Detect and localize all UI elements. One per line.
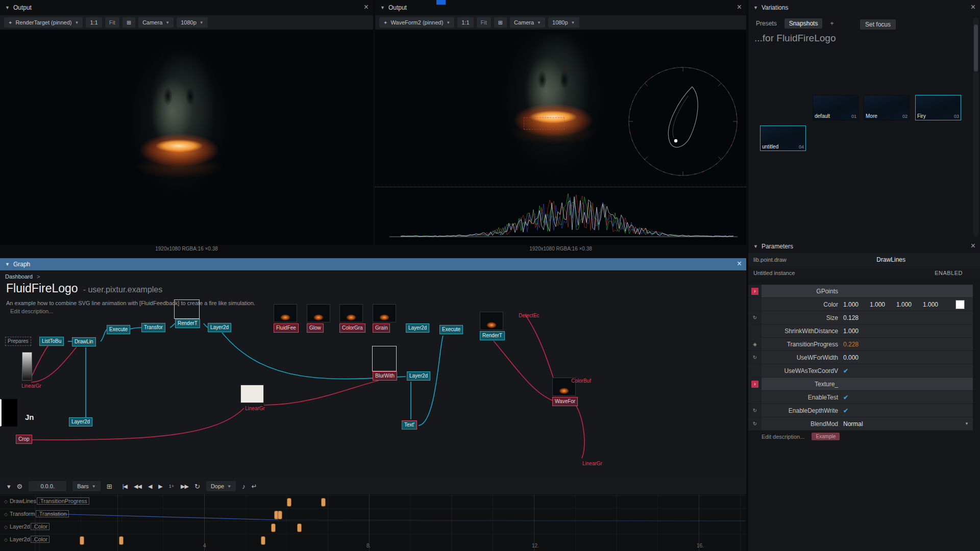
param-row-usewforwidth[interactable]: ↻UseWForWidth0.000 (748, 351, 973, 364)
tab-presets[interactable]: Presets (751, 18, 781, 29)
graph-node-colorgra[interactable]: ColorGra (339, 323, 365, 333)
collapse-icon[interactable]: ▼ (753, 244, 758, 249)
param-row-size[interactable]: ↻Size0.128 (748, 311, 973, 324)
resolution-dropdown[interactable]: 1080p ▼ (177, 17, 208, 28)
param-row-color[interactable]: Color1.0001.0001.0001.000 (748, 298, 973, 311)
checkbox-checked-icon[interactable]: ✔ (843, 407, 848, 414)
keyframe[interactable] (297, 523, 302, 532)
graph-node-execute[interactable]: Execute (439, 325, 463, 334)
keyframe[interactable] (271, 523, 276, 532)
grid-button[interactable]: ⊞ (494, 17, 507, 28)
collapse-icon[interactable]: ▼ (380, 5, 385, 10)
param-row-enabletest[interactable]: EnableTest✔ (748, 391, 973, 404)
dope-row[interactable]: ◇DrawLines.TransitionProgress (0, 495, 746, 509)
timeline-mode-dropdown[interactable]: Dope ▼ (206, 481, 236, 491)
edit-description-button[interactable]: Edit description... (762, 434, 804, 440)
resolution-dropdown[interactable]: 1080p ▼ (548, 17, 579, 28)
playback-speed-button[interactable]: 1+ (169, 484, 174, 489)
fit-button[interactable]: Fit (477, 17, 491, 28)
jump-to-start-button[interactable]: |◀ (122, 483, 127, 490)
grid-button[interactable]: ⊞ (122, 17, 135, 28)
graph-node-layer2d[interactable]: Layer2d (407, 371, 430, 381)
input-connector-icon[interactable]: › (751, 288, 758, 295)
render-view-2[interactable] (375, 30, 746, 245)
dope-row[interactable]: ◇Layer2d.Color (0, 534, 746, 547)
graph-node-blurwith[interactable]: BlurWith (373, 371, 397, 381)
keyframe[interactable] (119, 536, 124, 545)
close-icon[interactable]: × (971, 2, 975, 12)
checkbox-checked-icon[interactable]: ✔ (843, 394, 848, 401)
param-row-transitionprogress[interactable]: ◈TransitionProgress0.228 (748, 338, 973, 351)
param-value[interactable]: Normal (843, 420, 870, 428)
play-backward-button[interactable]: ◀ (148, 483, 152, 490)
graph-node-layer2d[interactable]: Layer2d (208, 323, 231, 332)
keyframe[interactable] (321, 498, 326, 507)
param-value[interactable]: 1.000 (843, 328, 870, 335)
instance-name[interactable]: Untitled instance (753, 270, 795, 276)
variation-thumb-untitled[interactable]: untitled04 (760, 126, 806, 151)
param-value[interactable]: 0.000 (843, 354, 870, 361)
checkbox-checked-icon[interactable]: ✔ (843, 367, 848, 374)
output-source-dropdown[interactable]: ✦ WaveForm2 (pinned) ▼ (379, 17, 454, 28)
scrollbar[interactable] (973, 17, 978, 237)
snap-grid-icon[interactable]: ⊞ (107, 483, 112, 490)
param-row-texture_[interactable]: ›Texture_ (748, 378, 973, 391)
keyframe[interactable] (261, 536, 265, 545)
collapse-icon[interactable]: ▼ (5, 262, 10, 267)
time-display[interactable]: 0.0.0. (29, 481, 66, 491)
param-value[interactable]: 1.000 (870, 301, 896, 308)
graph-node-block[interactable] (0, 399, 17, 427)
graph-node-execute[interactable]: Execute (107, 325, 130, 334)
param-row-usewastexcoordv[interactable]: UseWAsTexCoordV✔ (748, 364, 973, 378)
set-focus-button[interactable]: Set focus (860, 19, 896, 30)
edit-description-button[interactable]: Edit description... (10, 308, 53, 314)
graph-node-rendert[interactable]: RenderT (480, 331, 505, 340)
variation-thumb-firy[interactable]: Firy03 (915, 95, 961, 120)
graph-node-fluidfee[interactable]: FluidFee (274, 323, 299, 333)
graph-node-wavefor[interactable]: WaveFor (552, 397, 578, 406)
param-value[interactable]: 1.000 (843, 301, 870, 308)
graph-node-rendert[interactable]: RenderT (175, 319, 200, 328)
dope-row-label[interactable]: ◇Layer2d.Color (4, 523, 50, 530)
param-row-gpoints[interactable]: ›GPoints (748, 285, 973, 298)
fit-button[interactable]: Fit (105, 17, 119, 28)
input-connector-icon[interactable]: › (751, 381, 758, 388)
collapse-icon[interactable]: ▼ (753, 5, 758, 10)
variation-thumb-default[interactable]: default01 (813, 95, 859, 120)
scrollbar-thumb[interactable] (974, 24, 978, 71)
close-icon[interactable]: × (971, 241, 975, 251)
gear-icon[interactable]: ⚙ (17, 483, 23, 490)
dope-row[interactable]: ◇Transform.Translation (0, 508, 746, 521)
collapse-icon[interactable]: ▼ (5, 5, 10, 10)
close-icon[interactable]: × (364, 2, 369, 12)
prev-keyframe-button[interactable]: ◀◀ (134, 483, 141, 490)
graph-node-lineargr[interactable]: LinearGr (242, 404, 267, 413)
graph-node-colorbuf[interactable]: ColorBuf (569, 377, 594, 386)
graph-node-lineargr[interactable]: LinearGr (580, 459, 605, 468)
graph-node-glow[interactable]: Glow (307, 323, 324, 333)
breadcrumb-item[interactable]: Dashboard (5, 273, 33, 280)
output-source-dropdown[interactable]: ✦ RenderTarget (pinned) ▼ (4, 17, 83, 28)
close-icon[interactable]: × (737, 259, 742, 269)
param-row-shrinkwithdistance[interactable]: ShrinkWithDistance1.000 (748, 324, 973, 338)
time-unit-dropdown[interactable]: Bars ▼ (72, 481, 101, 491)
param-value[interactable]: 1.000 (923, 301, 949, 308)
chevron-down-icon[interactable]: ▼ (965, 421, 969, 426)
variation-thumb-more[interactable]: More02 (864, 95, 910, 120)
param-value[interactable]: 1.000 (896, 301, 923, 308)
graph-node-text[interactable]: Text' (402, 420, 417, 430)
play-forward-button[interactable]: ▶ (158, 483, 162, 490)
collapse-icon[interactable]: ▾ (7, 483, 11, 490)
graph-node-listtobu[interactable]: ListToBu (39, 337, 64, 346)
enabled-badge[interactable]: ENABLED (935, 270, 963, 276)
keyframe[interactable] (278, 511, 282, 519)
graph-node-transfor[interactable]: Transfor (141, 323, 165, 332)
graph-node-crop[interactable]: Crop (16, 435, 32, 444)
param-row-enabledepthwrite[interactable]: ↻EnableDepthWrite✔ (748, 404, 973, 417)
graph-node-detectec[interactable]: DetectEc (516, 311, 542, 320)
return-icon[interactable]: ↵ (252, 483, 257, 490)
graph-node-layer2d[interactable]: Layer2d (69, 417, 92, 427)
param-value[interactable]: 0.228 (843, 341, 870, 348)
next-keyframe-button[interactable]: ▶▶ (181, 483, 188, 490)
keyframe[interactable] (80, 536, 84, 545)
